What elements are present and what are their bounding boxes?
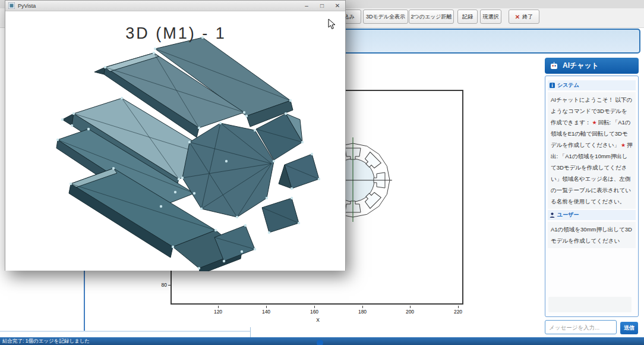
left-panel-bottom-rule (0, 331, 250, 332)
ai-chat-messages[interactable]: システム AIチャットにようこそ！ 以下のようなコマンドで3Dモデルを作成できま… (545, 76, 639, 317)
user-message: A1の領域を30mm押し出して3Dモデルを作成してください (548, 222, 636, 248)
pushpin-icon: ★ (591, 120, 598, 126)
fit-3d-model-label: 3Dモデル全表示 (366, 13, 405, 21)
close-x-icon: ✕ (515, 14, 520, 20)
minimize-button[interactable]: – (299, 1, 314, 11)
system-label: システム (557, 81, 579, 89)
x-tick-label: 160 (307, 309, 322, 315)
x-tick-mark (362, 306, 363, 308)
info-icon (550, 83, 555, 88)
x-tick-mark (314, 306, 315, 308)
robot-icon (550, 62, 558, 70)
x-tick-mark (410, 306, 411, 308)
x-tick-label: 180 (355, 309, 370, 315)
y-tick-mark (168, 285, 171, 286)
left-panel-divider (84, 271, 85, 331)
two-edge-distance-label: 2つのエッジ距離 (411, 13, 452, 21)
mouse-cursor (328, 18, 336, 30)
user-icon (550, 212, 555, 218)
pyvista-app-icon (8, 2, 15, 9)
left-panel-corner-rule (250, 327, 251, 337)
x-tick-mark (458, 306, 459, 308)
exit-label: 終了 (522, 13, 533, 21)
system-message-header: システム (548, 80, 636, 90)
taskbar-peek-icon (317, 340, 323, 345)
x-tick-label: 120 (210, 309, 226, 315)
statusbar-text: 結合完了: 1個のエッジを記録しました (2, 338, 90, 344)
pyvista-window: PyVista – □ ✕ 3D (M1) - 1 (5, 0, 346, 271)
x-axis-label: X (310, 317, 326, 323)
pushpin-icon: ★ (620, 142, 627, 148)
x-tick-mark (266, 306, 267, 308)
current-selection-label: 現選択 (483, 13, 499, 21)
fit-3d-model-button[interactable]: 3Dモデル全表示 (363, 10, 408, 24)
x-tick-label: 220 (450, 309, 466, 315)
send-button[interactable]: 送信 (620, 322, 638, 334)
x-tick-label: 140 (258, 309, 274, 315)
exit-button[interactable]: ✕ 終了 (509, 10, 539, 24)
record-label: 記録 (462, 13, 473, 21)
chat-message-input[interactable] (545, 320, 617, 334)
two-edge-distance-button[interactable]: 2つのエッジ距離 (409, 10, 454, 24)
faded-message-placeholder (548, 297, 632, 312)
x-tick-mark (218, 306, 219, 308)
x-tick-label: 200 (402, 309, 418, 315)
3d-model-render (5, 11, 346, 271)
viewport-title: 3D (M1) - 1 (5, 24, 346, 43)
system-message: AIチャットにようこそ！ 以下のようなコマンドで3Dモデルを作成できます：★回転… (548, 92, 636, 209)
y-tick-label: 80 (157, 282, 167, 288)
pyvista-titlebar[interactable]: PyVista – □ ✕ (5, 1, 345, 11)
user-label: ユーザー (557, 211, 579, 219)
record-button[interactable]: 記録 (457, 10, 478, 24)
pyvista-3d-viewport[interactable]: 3D (M1) - 1 (5, 11, 345, 271)
pyvista-window-title: PyVista (18, 3, 36, 9)
ai-chat-header: AIチャット (545, 58, 639, 74)
user-message-header: ユーザー (548, 210, 636, 220)
ai-chat-title: AIチャット (563, 61, 599, 71)
send-label: 送信 (624, 324, 634, 332)
maximize-button[interactable]: □ (314, 1, 330, 11)
close-button[interactable]: ✕ (330, 1, 345, 11)
current-selection-button[interactable]: 現選択 (480, 10, 501, 24)
